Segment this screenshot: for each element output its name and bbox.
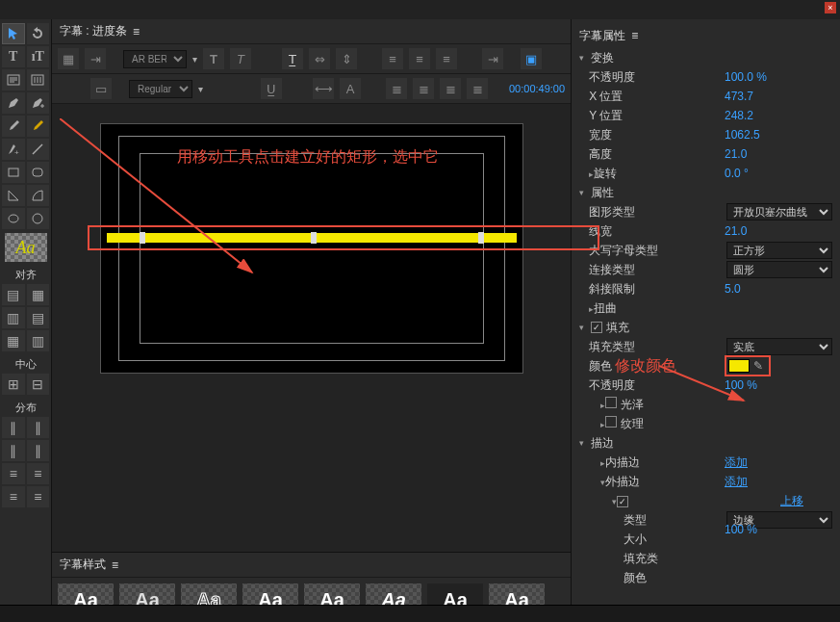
- dist-text2-icon[interactable]: ≣: [413, 78, 434, 99]
- selection-tool[interactable]: [2, 23, 25, 44]
- title-panel-label: 字幕 : 进度条: [60, 23, 127, 39]
- rounded-rect-tool[interactable]: [27, 162, 50, 183]
- panel-menu-icon[interactable]: ≡: [133, 25, 140, 39]
- annotation-move-hint: 用移动工具点击建立好的矩形，选中它: [177, 147, 439, 168]
- width-label: 宽度: [579, 127, 725, 143]
- align-left-icon[interactable]: ≡: [382, 48, 403, 69]
- stroke-size-value[interactable]: 100 %: [725, 523, 832, 536]
- video-toggle-icon[interactable]: ▣: [521, 48, 542, 69]
- width-value[interactable]: 1062.5: [725, 128, 832, 142]
- align-center-icon[interactable]: ≡: [409, 48, 430, 69]
- inner-stroke-label: ▸内描边: [579, 454, 725, 471]
- kerning-icon[interactable]: ⇔: [309, 48, 330, 69]
- chevron-down-icon[interactable]: ▾: [198, 84, 203, 94]
- stroke-type-label: 类型: [579, 512, 726, 529]
- outer-stroke-checkbox[interactable]: ✓: [617, 496, 628, 507]
- miter-value[interactable]: 5.0: [725, 282, 832, 296]
- convert-anchor-tool[interactable]: +: [2, 139, 25, 160]
- x-pos-value[interactable]: 473.7: [725, 90, 832, 103]
- outer-stroke-add[interactable]: 添加: [725, 474, 832, 490]
- inner-stroke-add[interactable]: 添加: [725, 454, 832, 471]
- circle-tool[interactable]: [27, 208, 50, 229]
- opacity-value[interactable]: 100.0 %: [725, 70, 832, 84]
- add-anchor-tool[interactable]: [27, 92, 50, 114]
- dist-6[interactable]: ≡: [27, 463, 50, 484]
- font-family-select[interactable]: AR BER…: [123, 50, 187, 68]
- fill-checkbox[interactable]: ✓: [591, 322, 602, 333]
- outer-stroke-label: ▾外描边: [579, 474, 725, 490]
- dist-1[interactable]: ∥: [2, 417, 25, 438]
- arc-tool[interactable]: [27, 185, 50, 206]
- dist-text3-icon[interactable]: ≣: [440, 78, 461, 99]
- rotate-tool[interactable]: [27, 23, 50, 44]
- align-center-h[interactable]: ▦: [27, 284, 50, 305]
- y-pos-label: Y 位置: [579, 108, 725, 124]
- tab-icon[interactable]: ⇥: [482, 48, 503, 69]
- align-bottom[interactable]: ▥: [27, 330, 50, 351]
- group-attributes[interactable]: ▾属性: [579, 183, 832, 202]
- dist-text4-icon[interactable]: ≣: [467, 78, 488, 99]
- line-width-label: 线宽: [579, 223, 725, 240]
- align-right[interactable]: ▥: [2, 307, 25, 328]
- area-type-tool[interactable]: [2, 69, 25, 91]
- wedge-tool[interactable]: [2, 185, 25, 206]
- leading-icon[interactable]: ⇕: [336, 48, 357, 69]
- path-type-tool[interactable]: [27, 69, 50, 91]
- grid-icon[interactable]: ▦: [58, 48, 79, 69]
- group-transform[interactable]: ▾变换: [579, 48, 832, 67]
- rotation-value[interactable]: 0.0 °: [725, 167, 832, 180]
- center-h[interactable]: ⊞: [2, 374, 25, 395]
- center-v[interactable]: ⊟: [27, 374, 50, 395]
- fill-color-swatch[interactable]: [728, 359, 750, 373]
- tracking-icon[interactable]: ⟷: [313, 78, 334, 99]
- line-width-value[interactable]: 21.0: [725, 224, 832, 238]
- dist-8[interactable]: ≡: [27, 486, 50, 507]
- ellipse-tool[interactable]: [2, 208, 25, 229]
- sheen-checkbox[interactable]: [605, 397, 617, 408]
- italic-icon[interactable]: T: [230, 48, 251, 69]
- chevron-down-icon[interactable]: ▾: [192, 54, 197, 65]
- panel-menu-icon[interactable]: ≡: [112, 558, 118, 572]
- dist-text-icon[interactable]: ≣: [386, 78, 407, 99]
- rectangle-tool[interactable]: [2, 162, 25, 183]
- move-up-link[interactable]: 上移: [725, 493, 832, 509]
- dist-5[interactable]: ≡: [2, 463, 25, 484]
- panel-menu-icon[interactable]: ≡: [631, 29, 638, 42]
- size-icon[interactable]: T̲: [282, 48, 303, 69]
- timecode-display[interactable]: 00:00:49:00: [509, 83, 565, 94]
- svg-rect-3: [9, 168, 18, 176]
- graphic-type-select[interactable]: 开放贝塞尔曲线: [726, 203, 832, 220]
- join-type-select[interactable]: 圆形: [726, 261, 832, 278]
- dist-2[interactable]: ∥: [27, 417, 50, 438]
- height-value[interactable]: 21.0: [725, 147, 832, 161]
- dist-3[interactable]: ∥: [2, 440, 25, 461]
- pen-tool[interactable]: [2, 92, 25, 114]
- props-panel-title: 字幕属性: [579, 28, 625, 44]
- align-right-icon[interactable]: ≡: [436, 48, 457, 69]
- align-left[interactable]: ▤: [2, 284, 25, 305]
- baseline-icon[interactable]: A: [340, 78, 361, 99]
- dist-4[interactable]: ∥: [27, 440, 50, 461]
- eyedropper-icon[interactable]: ✎: [753, 359, 767, 373]
- snap-icon[interactable]: ⇥: [85, 48, 106, 69]
- underline-icon[interactable]: U̲: [261, 78, 282, 99]
- y-pos-value[interactable]: 248.2: [725, 109, 832, 122]
- vertical-type-tool[interactable]: ıT: [27, 46, 50, 67]
- cap-type-select[interactable]: 正方形: [726, 242, 832, 259]
- template-icon[interactable]: ▭: [90, 78, 112, 99]
- texture-checkbox[interactable]: [605, 416, 617, 428]
- brush-tool[interactable]: [2, 116, 25, 137]
- align-top[interactable]: ▤: [27, 307, 50, 328]
- close-button[interactable]: ×: [825, 2, 836, 13]
- fill-opacity-value[interactable]: 100 %: [725, 378, 832, 392]
- group-fill[interactable]: ▾✓填充: [579, 318, 832, 337]
- group-stroke[interactable]: ▾描边: [579, 433, 832, 453]
- line-tool[interactable]: [27, 139, 50, 160]
- font-weight-select[interactable]: Regular: [129, 80, 192, 98]
- bold-icon[interactable]: T: [203, 48, 224, 69]
- fill-type-select[interactable]: 实底: [726, 338, 832, 355]
- type-tool[interactable]: T: [2, 46, 25, 67]
- align-middle[interactable]: ▦: [2, 330, 25, 351]
- dist-7[interactable]: ≡: [2, 486, 25, 507]
- brush-alt-tool[interactable]: [27, 116, 50, 137]
